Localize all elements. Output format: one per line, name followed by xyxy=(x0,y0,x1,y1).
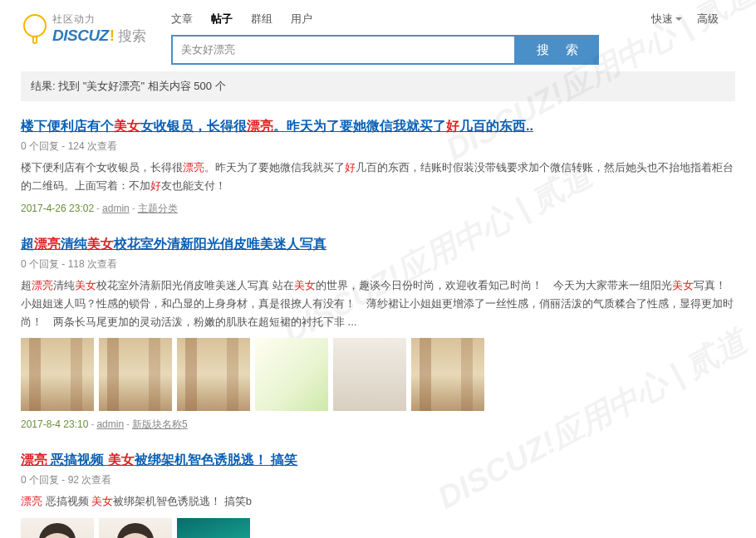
result-title-link[interactable]: 楼下便利店有个美女女收银员，长得很漂亮。昨天为了要她微信我就买了好几百的东西.. xyxy=(21,119,533,133)
result-snippet: 超漂亮清纯美女校花室外清新阳光俏皮唯美迷人写真 站在美女的世界，趣谈今日份时尚，… xyxy=(21,276,735,331)
quick-label: 快速 xyxy=(651,12,673,27)
nav-row: 文章 帖子 群组 用户 快速 高级 xyxy=(171,8,735,30)
result-title-link[interactable]: 漂亮 恶搞视频 美女被绑架机智色诱脱逃！ 搞笑 xyxy=(21,452,297,467)
result-author[interactable]: admin xyxy=(102,203,130,214)
result-category[interactable]: 新版块名称5 xyxy=(132,418,188,430)
result-title-link[interactable]: 超漂亮清纯美女校花室外清新阳光俏皮唯美迷人写真 xyxy=(21,237,326,251)
result-title: 漂亮 恶搞视频 美女被绑架机智色诱脱逃！ 搞笑 xyxy=(21,452,735,469)
thumb[interactable] xyxy=(255,338,328,411)
logo-search-label: 搜索 xyxy=(118,27,146,46)
thumb[interactable] xyxy=(333,338,406,411)
result-title: 超漂亮清纯美女校花室外清新阳光俏皮唯美迷人写真 xyxy=(21,236,735,253)
result-item: 楼下便利店有个美女女收银员，长得很漂亮。昨天为了要她微信我就买了好几百的东西..… xyxy=(21,118,735,216)
result-item: 漂亮 恶搞视频 美女被绑架机智色诱脱逃！ 搞笑 0 个回复 - 92 次查看 漂… xyxy=(21,452,735,538)
result-summary-bar: 结果: 找到 "美女好漂亮" 相关内容 500 个 xyxy=(21,71,735,101)
logo[interactable]: 社区动力 DISCUZ ! 搜索 xyxy=(21,8,146,46)
header: 社区动力 DISCUZ ! 搜索 文章 帖子 群组 用户 快速 xyxy=(21,8,735,65)
search-bar: 搜 索 xyxy=(171,35,735,65)
bulb-icon xyxy=(21,14,49,44)
thumb[interactable] xyxy=(411,338,484,411)
tab-group[interactable]: 群组 xyxy=(251,8,272,30)
thumb[interactable]: Discuz xyxy=(177,518,250,538)
result-item: 超漂亮清纯美女校花室外清新阳光俏皮唯美迷人写真 0 个回复 - 118 次查看 … xyxy=(21,236,735,432)
result-category[interactable]: 主题分类 xyxy=(138,203,178,214)
result-author[interactable]: admin xyxy=(96,418,124,430)
thumb[interactable] xyxy=(177,338,250,411)
result-footer: 2017-8-4 23:10-admin-新版块名称5 xyxy=(21,418,735,432)
result-thumbs xyxy=(21,338,735,411)
thumb[interactable] xyxy=(99,338,172,411)
logo-excl: ! xyxy=(110,27,115,45)
tab-post[interactable]: 帖子 xyxy=(211,8,233,30)
tab-user[interactable]: 用户 xyxy=(291,8,312,30)
logo-brand: DISCUZ xyxy=(52,27,109,45)
logo-subtitle: 社区动力 xyxy=(52,12,146,27)
result-meta: 0 个回复 - 124 次查看 xyxy=(21,139,735,154)
result-date: 2017-8-4 23:10 xyxy=(21,418,88,430)
result-date: 2017-4-26 23:02 xyxy=(21,203,94,214)
result-title: 楼下便利店有个美女女收银员，长得很漂亮。昨天为了要她微信我就买了好几百的东西.. xyxy=(21,118,735,135)
result-thumbs: Discuz xyxy=(21,518,735,538)
thumb[interactable] xyxy=(21,518,94,538)
search-input[interactable] xyxy=(171,35,516,65)
result-snippet: 漂亮 恶搞视频 美女被绑架机智色诱脱逃！ 搞笑b xyxy=(21,492,735,511)
search-button[interactable]: 搜 索 xyxy=(516,35,599,65)
result-meta: 0 个回复 - 92 次查看 xyxy=(21,473,735,487)
chevron-down-icon xyxy=(675,17,682,21)
result-snippet: 楼下便利店有个女收银员，长得很漂亮。昨天为了要她微信我就买了好几百的东西，结账时… xyxy=(21,159,735,195)
result-meta: 0 个回复 - 118 次查看 xyxy=(21,257,735,271)
thumb[interactable] xyxy=(21,338,94,411)
tab-article[interactable]: 文章 xyxy=(171,8,193,30)
nav-tabs: 文章 帖子 群组 用户 xyxy=(171,8,312,30)
thumb[interactable] xyxy=(99,518,172,538)
advanced-link[interactable]: 高级 xyxy=(697,12,719,27)
result-footer: 2017-4-26 23:02-admin-主题分类 xyxy=(21,202,735,216)
quick-dropdown[interactable]: 快速 xyxy=(651,12,682,27)
